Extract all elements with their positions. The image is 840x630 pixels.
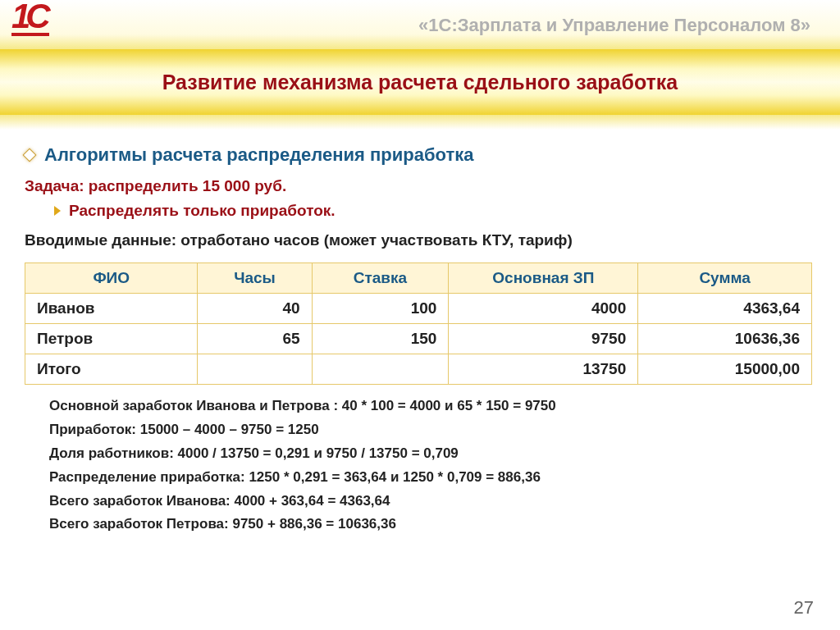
- sub-bullet-text: Распределять только приработок.: [69, 202, 336, 220]
- cell-sum: 15000,00: [638, 354, 812, 385]
- table-row: Иванов 40 100 4000 4363,64: [25, 294, 812, 324]
- title-divider: [0, 115, 840, 130]
- table-row: Петров 65 150 9750 10636,36: [25, 324, 812, 354]
- calc-line: Доля работников: 4000 / 13750 = 0,291 и …: [49, 442, 815, 466]
- title-band: Развитие механизма расчета сдельного зар…: [0, 49, 840, 115]
- calc-line: Основной заработок Иванова и Петрова : 4…: [49, 395, 815, 418]
- cell-base: 9750: [449, 324, 638, 354]
- cell-sum: 10636,36: [638, 324, 812, 354]
- cell-rate: [312, 354, 449, 385]
- slide-title: Развитие механизма расчета сдельного зар…: [162, 71, 678, 94]
- table-header-row: ФИО Часы Ставка Основная ЗП Сумма: [25, 263, 812, 294]
- calc-line: Приработок: 15000 – 4000 – 9750 = 1250: [49, 418, 815, 442]
- input-data-line: Вводимые данные: отработано часов (может…: [25, 231, 815, 249]
- col-header-hours: Часы: [198, 263, 312, 294]
- subhead-text: Алгоритмы расчета распределения приработ…: [44, 144, 473, 166]
- cell-hours: 65: [198, 324, 312, 354]
- subhead-row: Алгоритмы расчета распределения приработ…: [25, 144, 815, 166]
- logo-letter: С: [25, 2, 48, 36]
- logo-1c: 1С: [11, 2, 49, 36]
- app-title: «1С:Зарплата и Управление Персоналом 8»: [418, 15, 810, 36]
- col-header-sum: Сумма: [638, 263, 812, 294]
- content-area: Алгоритмы расчета распределения приработ…: [0, 131, 840, 630]
- calc-line: Распределение приработка: 1250 * 0,291 =…: [49, 466, 815, 490]
- cell-sum: 4363,64: [638, 294, 812, 324]
- col-header-name: ФИО: [25, 263, 198, 294]
- cell-name: Итого: [25, 354, 198, 385]
- cell-name: Иванов: [25, 294, 198, 324]
- data-table: ФИО Часы Ставка Основная ЗП Сумма Иванов…: [25, 262, 812, 385]
- cell-hours: 40: [198, 294, 312, 324]
- triangle-bullet-icon: [54, 206, 61, 216]
- calc-line: Всего заработок Петрова: 9750 + 886,36 =…: [49, 513, 815, 536]
- table-row-total: Итого 13750 15000,00: [25, 354, 812, 385]
- cell-rate: 100: [312, 294, 449, 324]
- calculation-block: Основной заработок Иванова и Петрова : 4…: [49, 395, 815, 536]
- sub-bullet-row: Распределять только приработок.: [54, 202, 815, 220]
- task-line: Задача: распределить 15 000 руб.: [25, 177, 815, 195]
- cell-rate: 150: [312, 324, 449, 354]
- col-header-rate: Ставка: [312, 263, 449, 294]
- col-header-base: Основная ЗП: [449, 263, 638, 294]
- diamond-bullet-icon: [23, 148, 37, 162]
- cell-hours: [198, 354, 312, 385]
- cell-base: 13750: [449, 354, 638, 385]
- calc-line: Всего заработок Иванова: 4000 + 363,64 =…: [49, 490, 815, 514]
- cell-base: 4000: [449, 294, 638, 324]
- cell-name: Петров: [25, 324, 198, 354]
- page-number: 27: [794, 597, 814, 619]
